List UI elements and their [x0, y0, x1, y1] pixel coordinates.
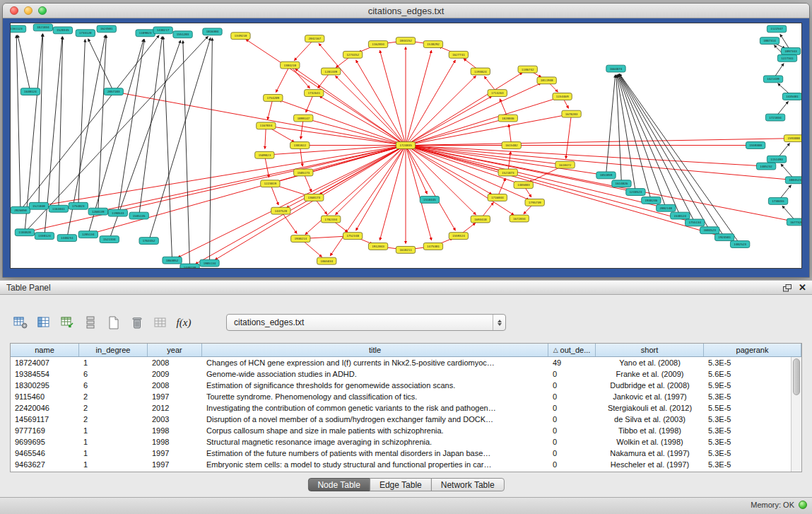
- delete-icon[interactable]: [128, 313, 146, 332]
- graph-edge[interactable]: [16, 35, 20, 210]
- function-builder-button[interactable]: f(x): [175, 313, 193, 332]
- graph-edge[interactable]: [319, 96, 406, 145]
- graph-node[interactable]: 1087314: [760, 37, 779, 45]
- column-settings-icon[interactable]: [11, 313, 30, 332]
- import-table-icon[interactable]: [58, 313, 76, 332]
- graph-edge[interactable]: [406, 119, 502, 145]
- graph-node[interactable]: 1447520: [271, 207, 290, 214]
- table-row[interactable]: 969969511998Structural magnetic resonanc…: [11, 436, 792, 448]
- graph-edge[interactable]: [39, 34, 43, 206]
- graph-edge[interactable]: [78, 40, 86, 206]
- graph-node[interactable]: 1274452: [343, 51, 362, 58]
- graph-node[interactable]: 1223819: [261, 180, 280, 187]
- graph-node[interactable]: 1820046: [498, 115, 517, 122]
- tab-node-table[interactable]: Node Table: [307, 478, 370, 491]
- graph-edge[interactable]: [88, 39, 114, 92]
- column-header-name[interactable]: name: [11, 344, 79, 356]
- graph-edge[interactable]: [379, 146, 406, 240]
- graph-node[interactable]: 1281339: [322, 68, 341, 75]
- graph-node[interactable]: 1106742: [518, 66, 537, 73]
- graph-edge[interactable]: [336, 146, 406, 215]
- graph-edge[interactable]: [406, 83, 541, 146]
- graph-node[interactable]: 1084523: [785, 177, 801, 184]
- graph-edge[interactable]: [310, 119, 406, 145]
- graph-node[interactable]: 1065834: [317, 257, 336, 264]
- close-window-button[interactable]: [10, 6, 18, 15]
- graph-node[interactable]: 1521840: [29, 202, 48, 209]
- graph-node[interactable]: 1538292: [423, 41, 442, 48]
- close-panel-icon[interactable]: ✕: [799, 283, 806, 293]
- graph-node[interactable]: 1505135: [129, 212, 148, 219]
- graph-edge[interactable]: [139, 37, 163, 216]
- graph-edge[interactable]: [209, 38, 212, 263]
- graph-node[interactable]: 1521873: [498, 169, 517, 176]
- graph-node[interactable]: 1162034: [368, 41, 387, 48]
- graph-node[interactable]: 1205134: [78, 231, 98, 238]
- table-row[interactable]: 1830029562008Estimation of significance …: [11, 380, 792, 391]
- row-height-icon[interactable]: [81, 313, 100, 332]
- scrollbar-thumb[interactable]: [793, 358, 800, 395]
- graph-edge[interactable]: [120, 93, 406, 145]
- graph-edge[interactable]: [406, 146, 455, 230]
- graph-node[interactable]: 1530124: [671, 212, 690, 219]
- graph-node[interactable]: 1615482: [502, 142, 521, 149]
- graph-node[interactable]: 1384210: [281, 62, 300, 69]
- graph-node[interactable]: 1930214: [291, 235, 310, 243]
- combo-stepper-icon[interactable]: [493, 315, 505, 330]
- graph-node[interactable]: 1851059: [596, 172, 616, 179]
- graph-node[interactable]: 1724035: [396, 142, 415, 149]
- graph-node[interactable]: 1440238: [180, 264, 199, 268]
- network-graph[interactable]: 1724035161548218200461714263119382416277…: [11, 23, 801, 268]
- graph-node[interactable]: 1475301: [423, 243, 442, 250]
- graph-node[interactable]: 1782334: [322, 216, 341, 223]
- graph-edge[interactable]: [276, 65, 290, 92]
- graph-node[interactable]: 1551203: [173, 31, 192, 38]
- graph-edge[interactable]: [406, 146, 719, 236]
- graph-node[interactable]: 1167034: [257, 122, 276, 129]
- column-header-out_de[interactable]: △out_de...: [548, 344, 596, 356]
- graph-edge[interactable]: [356, 60, 406, 145]
- graph-node[interactable]: 1730455: [768, 197, 787, 204]
- graph-node[interactable]: 1604523: [700, 227, 719, 234]
- column-header-in_degree[interactable]: in_degree: [79, 344, 148, 356]
- graph-edge[interactable]: [163, 37, 172, 260]
- column-header-year[interactable]: year: [148, 344, 202, 356]
- graph-node[interactable]: 1011948: [537, 77, 556, 84]
- graph-edge[interactable]: [616, 75, 622, 184]
- graph-node[interactable]: 1099147: [294, 115, 313, 122]
- graph-node[interactable]: 1485083: [514, 182, 533, 189]
- graph-node[interactable]: 1732641: [305, 90, 324, 97]
- minimize-window-button[interactable]: [24, 6, 33, 15]
- graph-node[interactable]: 1752348: [343, 233, 362, 240]
- graph-node[interactable]: 1190533: [108, 209, 127, 216]
- graph-node[interactable]: 1610211: [396, 246, 415, 253]
- select-columns-icon[interactable]: [35, 313, 53, 332]
- network-table-select[interactable]: citations_edges.txt: [226, 314, 506, 331]
- vertical-scrollbar[interactable]: [791, 357, 801, 472]
- new-file-icon[interactable]: [105, 313, 123, 332]
- graph-node[interactable]: 1795739: [525, 199, 544, 206]
- graph-node[interactable]: 1863052: [163, 257, 182, 264]
- graph-edge[interactable]: [31, 146, 406, 231]
- graph-node[interactable]: 1440251: [57, 235, 76, 242]
- graph-node[interactable]: 1349210: [231, 33, 250, 40]
- graph-node[interactable]: 1816304: [203, 28, 222, 35]
- graph-node[interactable]: 1733120: [76, 30, 95, 37]
- graph-node[interactable]: 1330124: [35, 233, 54, 240]
- graph-edge[interactable]: [406, 60, 455, 145]
- graph-node[interactable]: 1624501: [97, 25, 116, 33]
- column-header-pagerank[interactable]: pagerank: [704, 344, 801, 356]
- graph-node[interactable]: 1693418: [471, 216, 490, 223]
- graph-edge[interactable]: [18, 35, 30, 92]
- table-row[interactable]: 911546021997Tourette syndrome. Phenomeno…: [11, 391, 792, 402]
- graph-node[interactable]: 1381022: [290, 142, 310, 149]
- graph-node[interactable]: 1664874: [606, 65, 625, 72]
- graph-node[interactable]: 1360173: [305, 194, 324, 201]
- graph-edge[interactable]: [88, 39, 143, 234]
- tab-network-table[interactable]: Network Table: [431, 478, 505, 491]
- column-header-short[interactable]: short: [596, 344, 704, 356]
- zoom-window-button[interactable]: [38, 6, 47, 15]
- graph-edge[interactable]: [406, 146, 660, 207]
- graph-node[interactable]: 1161123: [11, 25, 26, 33]
- graph-node[interactable]: 1097343: [781, 48, 800, 55]
